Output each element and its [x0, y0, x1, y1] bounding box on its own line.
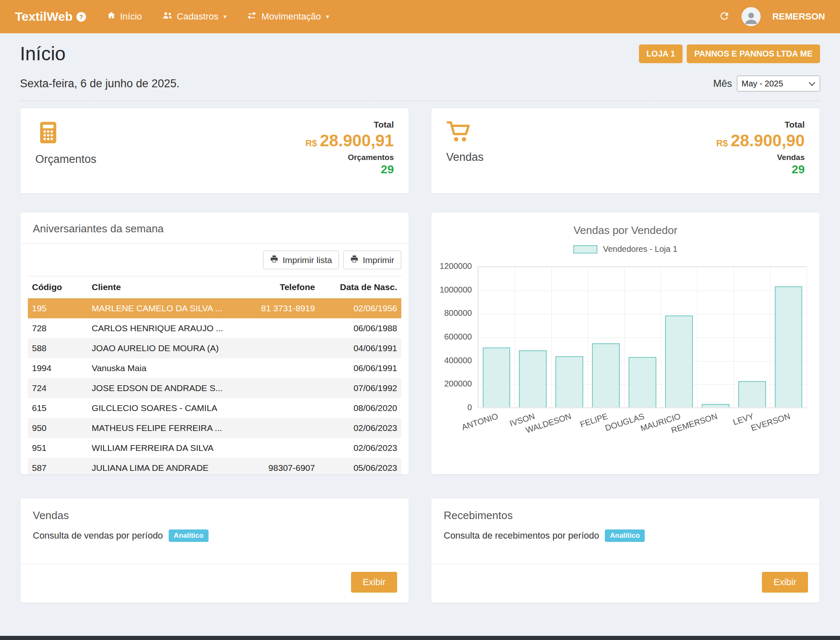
birthday-table-body: 195MARLENE CAMELO DA SILVA ...81 3731-89…	[28, 298, 401, 475]
printer-icon	[270, 255, 278, 265]
print-list-button[interactable]: Imprimir lista	[263, 251, 339, 269]
table-row[interactable]: 950MATHEUS FELIPE FERREIRA ...02/06/2023	[28, 418, 401, 438]
page-title: Início	[20, 42, 66, 65]
bar-remerson	[702, 404, 729, 407]
currency: R$	[716, 138, 728, 148]
bar-douglas	[629, 357, 656, 407]
cell-codigo: 1994	[28, 358, 88, 378]
gridline	[478, 337, 807, 338]
x-tick-label: EVERSON	[750, 411, 791, 433]
budgets-summary-card: Orçamentos Total R$28.900,91 Orçamentos …	[20, 108, 409, 194]
gridline	[624, 267, 625, 407]
main-content: Início LOJA 1 PANNOS E PANNOS LTDA ME Se…	[0, 42, 840, 603]
cell-codigo: 195	[28, 298, 88, 319]
cell-cliente: MARLENE CAMELO DA SILVA ...	[88, 298, 245, 319]
users-icon	[162, 11, 173, 22]
y-tick-label: 200000	[444, 379, 472, 389]
cell-codigo: 615	[28, 398, 88, 418]
gridline	[807, 267, 807, 407]
y-tick-label: 800000	[444, 308, 472, 318]
total-amount: R$28.900,91	[305, 132, 394, 149]
app-navbar: TextilWeb ? Início Cadastros ▾ Movimenta…	[0, 0, 840, 33]
analitico-badge: Analítico	[605, 529, 645, 542]
gridline	[478, 408, 807, 409]
cell-telefone	[244, 338, 319, 358]
y-tick-label: 600000	[444, 332, 472, 342]
exibir-sales-button[interactable]: Exibir	[351, 572, 397, 593]
cell-telefone	[244, 398, 319, 418]
nav-item-inicio[interactable]: Início	[107, 11, 142, 22]
chart-plot: ANTONIOIVSONWALDESONFELIPEDOUGLASMAURICI…	[478, 266, 807, 408]
nav-item-movimentacao[interactable]: Movimentação ▾	[246, 11, 329, 22]
analitico-badge: Analítico	[169, 529, 209, 542]
gridline	[478, 267, 807, 267]
cell-nascimento: 05/06/2023	[319, 458, 401, 475]
sales-summary-card: Vendas Total R$28.900,90 Vendas 29	[431, 108, 820, 194]
chart-legend[interactable]: Vendedores - Loja 1	[431, 244, 820, 254]
chevron-down-icon: ▾	[224, 13, 227, 20]
cell-telefone	[244, 318, 319, 338]
gridline	[697, 267, 698, 407]
gridline	[588, 267, 588, 407]
cell-telefone	[244, 438, 319, 458]
amount-value: 28.900,90	[731, 131, 805, 150]
table-row[interactable]: 724JOSE EDSON DE ANDRADE S...07/06/1992	[28, 378, 401, 398]
gridline	[551, 267, 552, 407]
brand-text: TextilWeb	[15, 10, 73, 24]
card-label: Vendas	[446, 151, 484, 164]
sales-chart-card: Vendas por Vendedor Vendedores - Loja 1 …	[431, 212, 820, 475]
cell-cliente: Vanuska Maia	[88, 358, 245, 378]
birthdays-title: Aniversariantes da semana	[20, 212, 409, 244]
cell-telefone	[244, 418, 319, 438]
user-name[interactable]: REMERSON	[772, 11, 825, 22]
gridline	[478, 290, 807, 291]
button-label: Imprimir lista	[282, 255, 332, 265]
cell-codigo: 951	[28, 438, 88, 458]
count-label: Orçamentos	[348, 153, 394, 162]
card-description: Consulta de recebimentos por período	[444, 530, 599, 541]
birthdays-card: Aniversariantes da semana Imprimir lista…	[20, 212, 409, 475]
person-icon	[743, 10, 759, 26]
chart-title: Vendas por Vendedor	[431, 224, 820, 237]
table-row[interactable]: 1994Vanuska Maia06/06/1991	[28, 358, 401, 378]
currency: R$	[305, 138, 317, 148]
help-icon[interactable]: ?	[76, 12, 86, 22]
sales-report-card: Vendas Consulta de vendas por período An…	[20, 498, 409, 603]
bar-ivson	[519, 350, 547, 407]
total-label: Total	[373, 120, 394, 130]
cell-codigo: 587	[28, 458, 88, 475]
cell-telefone: 81 3731-8919	[244, 298, 319, 319]
print-button[interactable]: Imprimir	[343, 251, 401, 269]
cell-codigo: 724	[28, 378, 88, 398]
cell-cliente: GILCLECIO SOARES - CAMILA	[88, 398, 245, 418]
cell-codigo: 950	[28, 418, 88, 438]
cell-telefone	[244, 378, 319, 398]
brand[interactable]: TextilWeb ?	[15, 10, 86, 24]
table-row[interactable]: 728CARLOS HENRIQUE ARAUJO ...06/06/1988	[28, 318, 401, 338]
user-avatar[interactable]	[742, 7, 761, 26]
month-select[interactable]: May - 2025	[737, 76, 820, 91]
gridline	[515, 267, 515, 407]
company-button[interactable]: PANNOS E PANNOS LTDA ME	[687, 44, 820, 63]
store-button[interactable]: LOJA 1	[639, 44, 683, 63]
chart-y-axis: 020000040000060000080000010000001200000	[436, 266, 478, 408]
bar-waldeson	[555, 356, 583, 407]
table-row[interactable]: 587JULIANA LIMA DE ANDRADE98307-690705/0…	[28, 458, 401, 475]
gridline	[478, 267, 479, 407]
table-row[interactable]: 615GILCLECIO SOARES - CAMILA08/06/2020	[28, 398, 401, 418]
gridline	[478, 314, 807, 314]
navbar-right: REMERSON	[719, 7, 825, 26]
legend-label: Vendedores - Loja 1	[603, 244, 677, 254]
cell-nascimento: 07/06/1992	[319, 378, 401, 398]
col-cliente: Cliente	[88, 276, 245, 298]
table-row[interactable]: 195MARLENE CAMELO DA SILVA ...81 3731-89…	[28, 298, 401, 319]
count-value: 29	[792, 163, 805, 176]
refresh-icon[interactable]	[719, 10, 730, 23]
table-row[interactable]: 951WILLIAM FERREIRA DA SILVA02/06/2023	[28, 438, 401, 458]
cell-cliente: WILLIAM FERREIRA DA SILVA	[88, 438, 245, 458]
table-row[interactable]: 588JOAO AURELIO DE MOURA (A)04/06/1991	[28, 338, 401, 358]
nav-item-cadastros[interactable]: Cadastros ▾	[162, 11, 227, 22]
col-nascimento: Data de Nasc.	[319, 276, 401, 298]
exibir-receipts-button[interactable]: Exibir	[762, 572, 808, 593]
page-footer	[0, 636, 840, 640]
